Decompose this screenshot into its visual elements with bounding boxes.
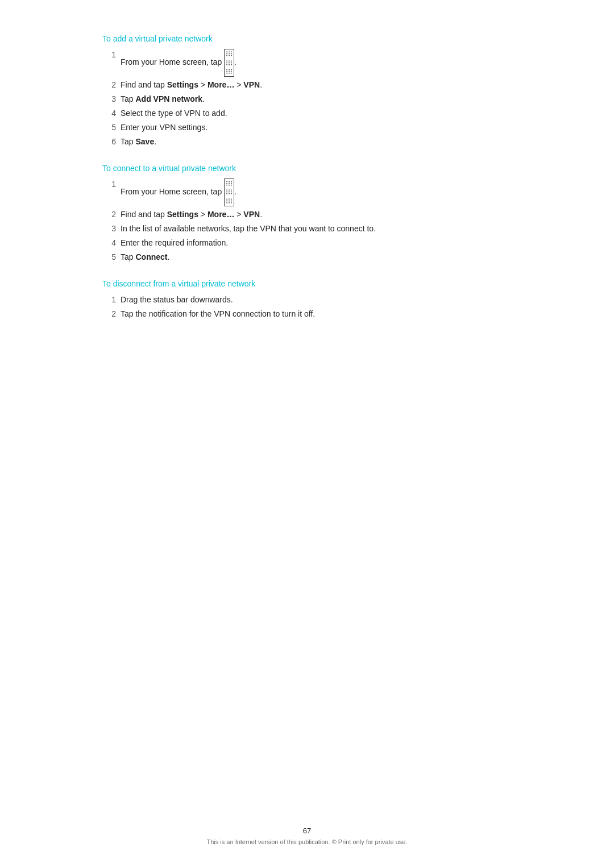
list-item: 4 Enter the required information. — [102, 237, 512, 249]
step-number: 2 — [102, 308, 116, 320]
step-content: Tap Add VPN network. — [121, 93, 512, 105]
step-number: 4 — [102, 237, 116, 249]
list-item: 2 Tap the notification for the VPN conne… — [102, 308, 512, 320]
step-number: 1 — [102, 49, 116, 61]
step-content: Enter the required information. — [121, 237, 512, 249]
step-content: Find and tap Settings > More… > VPN. — [121, 209, 512, 221]
step-number: 4 — [102, 107, 116, 119]
list-item: 2 Find and tap Settings > More… > VPN. — [102, 79, 512, 91]
step-content: From your Home screen, tap ⁝⁝⁝⁝⁝⁝⁝⁝⁝. — [121, 49, 512, 77]
list-item: 1 From your Home screen, tap ⁝⁝⁝⁝⁝⁝⁝⁝⁝. — [102, 49, 512, 77]
list-item: 4 Select the type of VPN to add. — [102, 107, 512, 119]
section-add-vpn: To add a virtual private network 1 From … — [102, 34, 512, 148]
step-number: 3 — [102, 93, 116, 105]
step-number: 3 — [102, 223, 116, 235]
section-title-connect-vpn: To connect to a virtual private network — [102, 164, 512, 173]
step-content: Tap the notification for the VPN connect… — [121, 308, 512, 320]
list-item: 3 Tap Add VPN network. — [102, 93, 512, 105]
step-content: Tap Save. — [121, 136, 512, 148]
list-item: 6 Tap Save. — [102, 136, 512, 148]
step-number: 5 — [102, 122, 116, 134]
section-title-add-vpn: To add a virtual private network — [102, 34, 512, 43]
footer-note: This is an Internet version of this publ… — [0, 838, 614, 845]
section-title-disconnect-vpn: To disconnect from a virtual private net… — [102, 279, 512, 288]
section-connect-vpn: To connect to a virtual private network … — [102, 164, 512, 263]
list-item: 1 Drag the status bar downwards. — [102, 294, 512, 306]
list-item: 5 Enter your VPN settings. — [102, 122, 512, 134]
list-item: 5 Tap Connect. — [102, 251, 512, 263]
step-content: From your Home screen, tap ⁝⁝⁝⁝⁝⁝⁝⁝⁝. — [121, 178, 512, 206]
step-number: 2 — [102, 209, 116, 221]
list-item: 1 From your Home screen, tap ⁝⁝⁝⁝⁝⁝⁝⁝⁝. — [102, 178, 512, 206]
page-number: 67 — [0, 827, 614, 835]
step-number: 6 — [102, 136, 116, 148]
step-content: Tap Connect. — [121, 251, 512, 263]
step-content: Find and tap Settings > More… > VPN. — [121, 79, 512, 91]
page-container: To add a virtual private network 1 From … — [0, 0, 614, 868]
step-content: Enter your VPN settings. — [121, 122, 512, 134]
step-number: 5 — [102, 251, 116, 263]
connect-vpn-list: 1 From your Home screen, tap ⁝⁝⁝⁝⁝⁝⁝⁝⁝. … — [102, 178, 512, 263]
disconnect-vpn-list: 1 Drag the status bar downwards. 2 Tap t… — [102, 294, 512, 320]
step-number: 2 — [102, 79, 116, 91]
step-content: In the list of available networks, tap t… — [121, 223, 512, 235]
list-item: 3 In the list of available networks, tap… — [102, 223, 512, 235]
step-content: Drag the status bar downwards. — [121, 294, 512, 306]
page-footer: 67 This is an Internet version of this p… — [0, 827, 614, 845]
step-content: Select the type of VPN to add. — [121, 107, 512, 119]
step-number: 1 — [102, 294, 116, 306]
list-item: 2 Find and tap Settings > More… > VPN. — [102, 209, 512, 221]
add-vpn-list: 1 From your Home screen, tap ⁝⁝⁝⁝⁝⁝⁝⁝⁝. … — [102, 49, 512, 148]
step-number: 1 — [102, 178, 116, 190]
section-disconnect-vpn: To disconnect from a virtual private net… — [102, 279, 512, 320]
